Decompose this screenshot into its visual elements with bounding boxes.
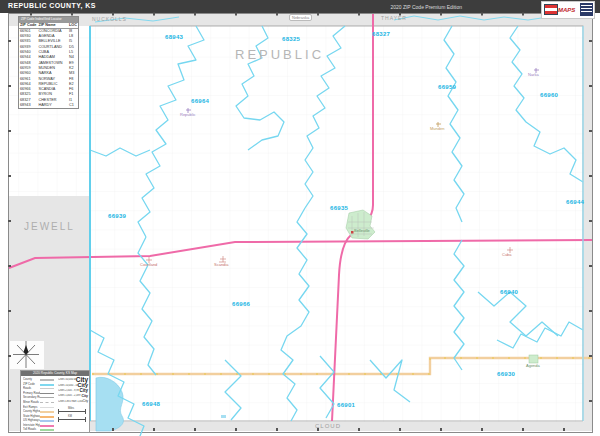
zip-table-row: 66935BELLEVILLEI5 bbox=[19, 39, 78, 44]
zip-table-row: 68943HARDYC1 bbox=[19, 103, 78, 108]
legend-item-swatch bbox=[40, 414, 54, 418]
legend-city-sample: City bbox=[81, 394, 88, 398]
legend-item-swatch bbox=[40, 377, 54, 381]
legend-city-classes: Cities 50,000 and AboveCityCities 10,000… bbox=[58, 377, 88, 404]
legend-city-class: Cities Less than 1,000City bbox=[58, 399, 88, 404]
city-name-label: Munden bbox=[430, 126, 444, 131]
legend-item-swatch bbox=[40, 405, 54, 409]
zip-code-label: 66930 bbox=[497, 371, 515, 377]
zip-table-header-cell: LOC bbox=[68, 23, 78, 29]
zip-code-label: 68325 bbox=[282, 36, 300, 42]
legend-road-item: Toll Roads bbox=[23, 427, 56, 432]
legend-city-class-label: Cities 10,000 - 49,999 bbox=[58, 384, 78, 387]
legend-item-label: Exit Ramps bbox=[23, 405, 40, 409]
legend-item-swatch bbox=[40, 400, 54, 404]
legend-city-class-label: Cities 50,000 and Above bbox=[58, 378, 76, 381]
neighbor-county-cloud: CLOUD bbox=[315, 423, 341, 429]
zip-index-table: ZIP Code Index/Grid Locator ZIP CodeZIP … bbox=[18, 16, 79, 109]
legend-item-label: Primary Roads bbox=[23, 391, 40, 395]
legend-item-label: Roads bbox=[23, 386, 40, 390]
city-name-label: Courtland bbox=[140, 262, 157, 267]
legend-item-swatch bbox=[40, 418, 54, 422]
county-name-label: REPUBLIC bbox=[235, 47, 324, 62]
zip-code-label: 66944 bbox=[566, 199, 584, 205]
legend-city-sample: City bbox=[79, 388, 88, 393]
zip-table-cell-zip: 68943 bbox=[19, 103, 37, 108]
city-name-label: Narka bbox=[528, 72, 539, 77]
zip-code-label: 66964 bbox=[191, 98, 209, 104]
zip-code-label: 66901 bbox=[337, 402, 355, 408]
legend-item-swatch bbox=[40, 409, 54, 413]
legend-item-label: US Highways bbox=[23, 418, 40, 422]
legend-item-swatch bbox=[40, 423, 54, 427]
legend-item-label: Toll Roads bbox=[23, 427, 40, 431]
legend-item-swatch bbox=[40, 382, 54, 386]
legend-item-label: County bbox=[23, 377, 40, 381]
legend-item-label: ZIP Code bbox=[23, 382, 40, 386]
neighbor-county-jewell: JEWELL bbox=[24, 221, 75, 232]
scale-miles-label: Miles bbox=[68, 407, 74, 410]
legend-city-class-label: Cities 2,500 - 9,999 bbox=[58, 389, 79, 392]
legend-item-swatch bbox=[40, 386, 54, 390]
compass-panel bbox=[10, 341, 44, 369]
zip-table-header-cell: ZIP Code bbox=[19, 23, 37, 29]
logo-badge bbox=[580, 3, 593, 16]
scale-km: KM bbox=[58, 415, 87, 423]
city-name-label: Scandia bbox=[214, 262, 228, 267]
pond bbox=[221, 415, 226, 418]
zip-code-label: 66959 bbox=[438, 84, 456, 90]
section-grid bbox=[9, 26, 584, 422]
zip-code-label: 66940 bbox=[500, 289, 518, 295]
zip-code-label: 68943 bbox=[165, 34, 183, 40]
legend-item-swatch bbox=[40, 395, 54, 399]
legend-item-label: Interstate Highways bbox=[23, 423, 40, 427]
zip-code-label: 66948 bbox=[142, 401, 160, 407]
map-sheet: { "header": { "title": "REPUBLIC COUNTY,… bbox=[0, 0, 600, 436]
zip-code-label: 66966 bbox=[232, 301, 250, 307]
zip-code-label: 68327 bbox=[372, 31, 390, 37]
city-name-label: Cuba bbox=[502, 252, 512, 257]
scale-km-label: KM bbox=[68, 415, 72, 418]
legend-item-label: Secondary Roads bbox=[23, 395, 40, 399]
agenda-area bbox=[529, 355, 538, 363]
state-label: Nebraska bbox=[289, 14, 312, 21]
neighbor-county-thayer: THAYER bbox=[381, 15, 407, 21]
city-name-label: Agenda bbox=[526, 363, 540, 368]
neighbor-county-nuckolls: NUCKOLLS bbox=[92, 16, 127, 22]
zip-code-label: 66939 bbox=[108, 213, 126, 219]
flag-icon bbox=[544, 4, 558, 15]
city-name-label: Belleville bbox=[354, 228, 370, 233]
legend-item-label: State Highways bbox=[23, 414, 40, 418]
legend-scale-bars: Miles KM bbox=[58, 407, 87, 423]
legend-item-label: County Highways bbox=[23, 409, 40, 413]
zip-table-row: 66960NARKAM3 bbox=[19, 71, 78, 76]
zip-table-row: 68325BYRONF1 bbox=[19, 92, 78, 97]
city-name-label: Republic bbox=[180, 112, 196, 117]
zip-table-row: 66944HADDAMN4 bbox=[19, 55, 78, 60]
legend-road-items: CountyZIP CodeRoadsPrimary RoadsSecondar… bbox=[23, 377, 56, 432]
map-legend: 2020 Republic County, KS Map CountyZIP C… bbox=[20, 370, 90, 433]
legend-city-sample: City bbox=[83, 399, 88, 403]
zip-code-label: 66960 bbox=[540, 92, 558, 98]
publisher-logo: MAPS bbox=[541, 1, 595, 19]
zip-table-cell-name: HARDY bbox=[37, 103, 68, 108]
legend-city-class-label: Cities 1,000 - 2,499 bbox=[58, 394, 81, 397]
scale-miles: Miles bbox=[58, 407, 87, 415]
logo-text: MAPS bbox=[558, 7, 575, 13]
zip-code-label: 66935 bbox=[330, 205, 348, 211]
zip-table-cell-loc: C1 bbox=[68, 103, 78, 108]
legend-item-swatch bbox=[40, 427, 54, 431]
legend-item-swatch bbox=[40, 391, 54, 395]
legend-city-class-label: Cities Less than 1,000 bbox=[58, 400, 83, 403]
legend-item-label: Minor Roads bbox=[23, 400, 40, 404]
